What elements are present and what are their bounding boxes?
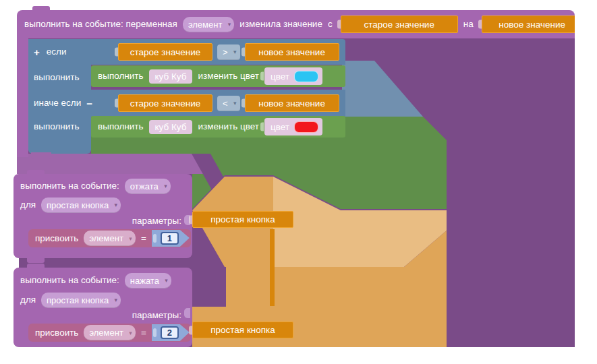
- equals-label-2: =: [141, 328, 146, 338]
- cond1-old-value-block[interactable]: старое значение: [118, 43, 212, 61]
- event-released-block[interactable]: выполнить на событие: отжата для простая…: [13, 174, 192, 258]
- number-value-block-1[interactable]: 1: [152, 230, 190, 247]
- param-component-block-2[interactable]: простая кнопка: [192, 322, 293, 338]
- equals-label-1: =: [141, 234, 146, 243]
- event-variable-block[interactable]: выполнить на событие: переменная элемент…: [17, 10, 575, 38]
- new-value-block[interactable]: новое значение: [482, 16, 575, 33]
- action2-change-color-label: изменить цвет: [198, 122, 258, 131]
- action2-target-field[interactable]: куб Куб: [149, 120, 193, 134]
- params-label-2: параметры:: [132, 311, 181, 320]
- if-block-header[interactable]: + если старое значение > новое значение: [28, 39, 345, 65]
- color-value-block-1[interactable]: цвет: [264, 67, 322, 85]
- if-condition-1: старое значение > новое значение: [118, 43, 339, 61]
- param-component-block-1[interactable]: простая кнопка: [192, 211, 293, 228]
- event-pressed-row2: для простая кнопка: [13, 291, 192, 309]
- event-pressed-params-row: параметры:: [13, 308, 192, 323]
- from-label: с: [328, 20, 333, 29]
- changed-value-label: изменила значение: [239, 20, 322, 29]
- if-minus-icon[interactable]: −: [86, 98, 92, 109]
- params-label-1: параметры:: [132, 216, 181, 226]
- action1-target-field[interactable]: куб Куб: [149, 69, 193, 84]
- number-value-block-2[interactable]: 2: [152, 324, 190, 341]
- blockly-workspace: выполнить на событие: переменная элемент…: [0, 0, 597, 364]
- event-pressed-label: выполнить на событие:: [20, 276, 119, 285]
- if-elseif-row: иначе если − старое значение < новое зна…: [28, 90, 345, 117]
- if-condition-2: старое значение < новое значение: [118, 94, 339, 112]
- if-do-column-2: выполнить: [28, 116, 91, 138]
- variable-dropdown[interactable]: элемент: [183, 17, 234, 32]
- event-released-bottom-bump: [27, 258, 45, 263]
- glitch-orange-strip: [270, 229, 275, 306]
- event-pressed-row1: выполнить на событие: нажата: [13, 272, 192, 289]
- cond2-old-value-block[interactable]: старое значение: [118, 94, 212, 112]
- event-released-dropdown[interactable]: отжата: [125, 179, 171, 194]
- if-plus-icon[interactable]: +: [34, 47, 40, 57]
- event-pressed-block[interactable]: выполнить на событие: нажата для простая…: [13, 268, 192, 347]
- event-released-label: выполнить на событие:: [20, 181, 119, 191]
- color-label-2: цвет: [271, 122, 289, 132]
- for-label-1: для: [20, 200, 36, 210]
- event-released-row1: выполнить на событие: отжата: [13, 177, 192, 195]
- assign-variable-dropdown-1[interactable]: элемент: [84, 231, 135, 246]
- assign-label-1: присвоить: [35, 234, 78, 243]
- component-dropdown-2[interactable]: простая кнопка: [41, 293, 121, 308]
- color-swatch-cyan[interactable]: [294, 71, 318, 82]
- component-dropdown-1[interactable]: простая кнопка: [41, 198, 121, 213]
- color-swatch-red[interactable]: [294, 121, 318, 133]
- if-block-bottom: [28, 138, 91, 154]
- if-block-bottom-tab: [31, 152, 51, 159]
- if-do-column-1: выполнить: [28, 65, 91, 90]
- event-released-row2: для простая кнопка: [13, 196, 192, 214]
- number-value-field-1[interactable]: 1: [161, 232, 179, 245]
- elseif-label: иначе если: [34, 98, 81, 108]
- cond1-operator-dropdown[interactable]: >: [217, 44, 240, 60]
- color-label-1: цвет: [271, 71, 289, 82]
- cond2-new-value-block[interactable]: новое значение: [245, 94, 339, 112]
- color-value-block-2[interactable]: цвет: [264, 118, 322, 135]
- event-released-params-row: параметры:: [13, 214, 192, 229]
- if-label: если: [47, 47, 67, 57]
- do-cube-block-2[interactable]: выполнить куб Куб изменить цвет цвет: [91, 116, 345, 138]
- cond2-operator-dropdown[interactable]: <: [217, 96, 240, 111]
- action2-do-label: выполнить: [98, 122, 144, 131]
- param-socket-notch-2: [184, 308, 190, 318]
- do-cube-block-1[interactable]: выполнить куб Куб изменить цвет цвет: [91, 65, 345, 87]
- event-pressed-dropdown[interactable]: нажата: [125, 273, 171, 289]
- number-value-field-2[interactable]: 2: [161, 326, 179, 339]
- assign-variable-dropdown-2[interactable]: элемент: [84, 325, 135, 340]
- event-variable-block-left-strip: [17, 38, 28, 157]
- for-label-2: для: [20, 295, 36, 305]
- old-value-block[interactable]: старое значение: [341, 16, 458, 33]
- assign-block-1[interactable]: присвоить элемент = 1: [28, 229, 191, 247]
- assign-label-2: присвоить: [35, 328, 78, 338]
- action1-do-label: выполнить: [98, 71, 144, 81]
- event-variable-label: выполнить на событие: переменная: [24, 20, 177, 29]
- to-label: на: [463, 20, 474, 29]
- cond1-new-value-block[interactable]: новое значение: [245, 43, 339, 61]
- action1-change-color-label: изменить цвет: [198, 71, 258, 81]
- do-label-1: выполнить: [34, 73, 80, 82]
- assign-block-2[interactable]: присвоить элемент = 2: [28, 324, 191, 342]
- do-label-2: выполнить: [34, 122, 80, 131]
